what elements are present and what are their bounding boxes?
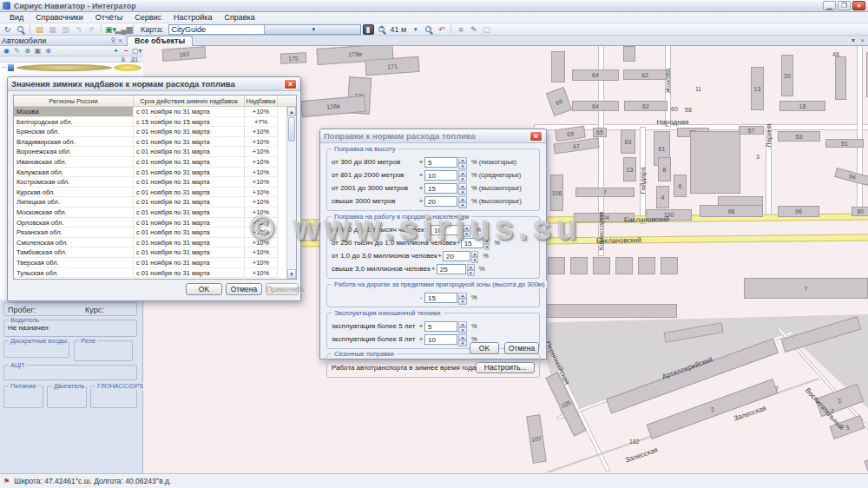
dialog-title-bar[interactable]: Поправки к нормам расхода топлива × [320,129,546,143]
spin-input[interactable]: 20 [443,251,470,261]
zoom-in-icon[interactable]: + [376,24,387,35]
region-cell[interactable]: Москва [14,107,134,117]
list-icon[interactable]: ≡ [455,24,466,35]
table-row[interactable]: Брянская обл.с 01 ноября по 31 марта+10% [14,127,296,137]
table-row[interactable]: Тульская обл.с 01 ноября по 31 марта+10% [14,268,296,279]
vehicle-row[interactable]: ┄ Citroen Berlingo E205KC 161rus [0,63,143,73]
spinner-buttons-icon[interactable]: ▲▼ [458,321,467,332]
find-vehicle-icon[interactable]: ◉ [2,47,11,55]
spin-input[interactable]: 10 [431,225,462,235]
menu-item[interactable]: Сервис [128,13,168,22]
columns-icon[interactable]: ▢▾ [132,47,141,55]
configure-button[interactable]: Настроить... [476,362,535,373]
table-row[interactable]: Владимирская обл.с 01 ноября по 31 марта… [14,137,296,148]
table-row[interactable]: Калужская обл.с 01 ноября по 31 марта+10… [14,168,296,178]
apply-button[interactable]: Применить [266,283,299,295]
tab-all-objects[interactable]: Все объекты [127,36,193,46]
region-cell[interactable]: Ивановская обл. [14,157,134,168]
table-row[interactable]: Тверская обл.с 01 ноября по 31 марта+10% [14,258,296,268]
table-row[interactable]: Курская обл.с 01 ноября по 31 марта+10% [14,188,296,198]
period-cell[interactable]: с 01 ноября по 31 марта [134,127,245,137]
route-icon-disabled[interactable]: ↱ [86,24,97,35]
scroll-down-icon[interactable]: ▼ [287,269,296,279]
track-toggle-icon[interactable]: ▮ [363,24,374,35]
region-cell[interactable]: Липецкая обл. [14,197,134,208]
report-icon[interactable]: ▤ [34,24,45,35]
ok-button[interactable]: OK [470,342,499,354]
column-header-value[interactable]: Надбавка [245,96,278,106]
region-cell[interactable]: Смоленская обл. [14,238,134,248]
menu-item[interactable]: Отчёты [89,13,128,22]
value-cell[interactable]: +10% [245,107,278,117]
value-cell[interactable]: +10% [245,247,278,258]
tree-expander[interactable]: ┄ [3,64,6,71]
column-header-period[interactable]: Срок действия зимних надбавок [134,96,245,106]
value-cell[interactable]: +10% [245,137,278,148]
pin-icon[interactable]: ⚲ [110,36,115,44]
region-cell[interactable]: Тульская обл. [14,268,134,279]
period-cell[interactable]: с 01 ноября по 31 марта [134,107,245,117]
add-vehicle-icon[interactable]: + [111,47,121,55]
value-cell[interactable]: +10% [245,177,278,188]
spinner-buttons-icon[interactable]: ▲▼ [458,196,467,207]
period-cell[interactable]: с 01 ноября по 31 марта [134,218,245,228]
dialog-close-icon[interactable]: × [284,79,297,89]
tab-close-icon[interactable]: × [860,36,865,44]
table-row[interactable]: Воронежская обл.с 01 ноября по 31 марта+… [14,147,296,157]
region-cell[interactable]: Орловская обл. [14,218,134,228]
spin-input[interactable]: 10 [424,170,457,181]
region-cell[interactable]: Костромская обл. [14,177,134,188]
scale-chevron-icon[interactable]: ▼ [410,24,421,35]
refresh-icon[interactable]: ↻ [2,24,13,35]
spinner-buttons-icon[interactable]: ▲▼ [463,225,470,235]
region-cell[interactable]: Тамбовская обл. [14,247,134,258]
value-cell[interactable]: +10% [245,258,278,268]
cancel-button[interactable]: Отмена [504,342,539,354]
value-cell[interactable]: +10% [245,147,278,157]
region-cell[interactable]: Курская обл. [14,188,134,198]
region-cell[interactable]: Московская обл. [14,208,134,218]
value-cell[interactable]: +10% [245,197,278,208]
value-cell[interactable]: +10% [245,228,278,238]
edit-icon[interactable]: ✎ [468,24,479,35]
period-cell[interactable]: с 01 ноября по 31 марта [134,278,245,280]
value-cell[interactable]: +10% [245,157,278,168]
region-cell[interactable]: Брянская обл. [14,127,134,137]
table-row[interactable]: Ивановская обл.с 01 ноября по 31 марта+1… [14,157,296,168]
table-row[interactable]: Рязанская обл.с 01 ноября по 31 марта+10… [14,228,296,238]
chevron-down-icon[interactable]: ▼ [264,25,360,34]
value-cell[interactable]: +10% [245,268,278,279]
period-cell[interactable]: с 01 ноября по 31 марта [134,177,245,188]
menu-item[interactable]: Настройка [168,13,218,22]
tool-icon-disabled[interactable]: ▦ [47,24,58,35]
value-cell[interactable]: +10% [245,278,278,280]
spin-input[interactable]: 25 [437,264,466,274]
cancel-button[interactable]: Отмена [226,283,262,295]
spinner-buttons-icon[interactable]: ▲▼ [458,157,467,168]
zoom-out-icon[interactable]: - [423,24,434,35]
period-cell[interactable]: с 01 ноября по 31 марта [134,157,245,168]
region-cell[interactable]: Ярославская обл. [14,278,134,280]
region-cell[interactable]: Рязанская обл. [14,228,134,238]
spinner-buttons-icon[interactable]: ▲▼ [458,183,467,194]
spin-input[interactable]: 15 [424,293,457,303]
period-cell[interactable]: с 01 ноября по 31 марта [134,258,245,268]
value-cell[interactable]: +10% [245,168,278,178]
scroll-thumb[interactable] [288,117,295,142]
spinner-buttons-icon[interactable]: ▲▼ [458,293,467,303]
table-row[interactable]: Московская обл.с 01 ноября по 31 марта+1… [14,208,296,218]
value-cell[interactable]: +10% [245,127,278,137]
dialog-close-icon[interactable]: × [529,131,542,142]
table-row[interactable]: Смоленская обл.с 01 ноября по 31 марта+1… [14,238,296,248]
table-row[interactable]: Москвас 01 ноября по 31 марта+10% [14,107,296,117]
spinner-buttons-icon[interactable]: ▲▼ [458,170,467,181]
tool-icon-disabled[interactable]: ▥ [60,24,71,35]
scroll-up-icon[interactable]: ▲ [287,107,296,116]
table-row[interactable]: Костромская обл.с 01 ноября по 31 марта+… [14,177,296,188]
column-header-region[interactable]: Регионы России [14,96,134,106]
search-icon[interactable] [15,24,26,35]
spinner-buttons-icon[interactable]: ▲▼ [467,264,475,274]
minimize-button[interactable]: ▁ [823,1,836,10]
value-cell[interactable]: +7% [245,117,278,128]
region-cell[interactable]: Владимирская обл. [14,137,134,148]
